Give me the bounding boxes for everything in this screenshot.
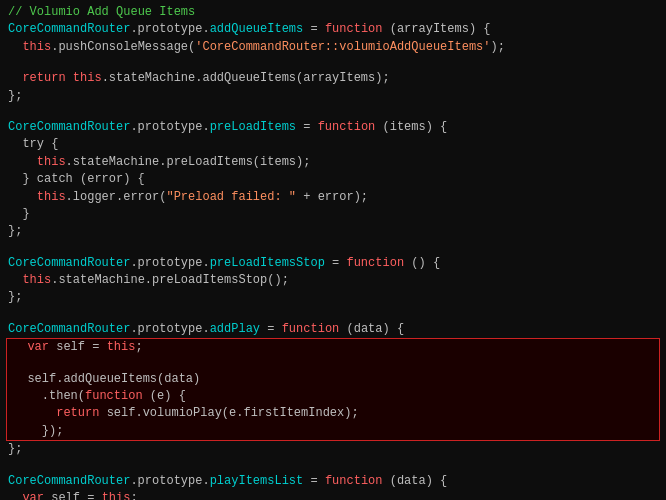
- line-content: };: [8, 441, 22, 458]
- line-content: CoreCommandRouter.prototype.addQueueItem…: [8, 21, 491, 38]
- code-line: };: [0, 441, 666, 458]
- token: .prototype.: [130, 256, 209, 270]
- token: });: [13, 424, 63, 438]
- token: var: [13, 340, 56, 354]
- token: (items) {: [375, 120, 447, 134]
- code-line: };: [0, 223, 666, 240]
- token: (e) {: [143, 389, 186, 403]
- line-content: CoreCommandRouter.prototype.addPlay = fu…: [8, 321, 404, 338]
- line-content: return this.stateMachine.addQueueItems(a…: [8, 70, 390, 87]
- token: self: [107, 406, 136, 420]
- line-content: this.pushConsoleMessage('CoreCommandRout…: [8, 39, 505, 56]
- line-content: self.addQueueItems(data): [13, 371, 200, 388]
- code-line: [7, 357, 659, 371]
- token: 'CoreCommandRouter::volumioAddQueueItems…: [195, 40, 490, 54]
- line-content: var self = this;: [13, 339, 143, 356]
- token: .volumioPlay(e.firstItemIndex);: [135, 406, 358, 420]
- token: } catch (error) {: [8, 172, 145, 186]
- token: this: [8, 190, 66, 204]
- line-content: this.stateMachine.preLoadItems(items);: [8, 154, 310, 171]
- line-content: return self.volumioPlay(e.firstItemIndex…: [13, 405, 359, 422]
- code-line: this.pushConsoleMessage('CoreCommandRout…: [0, 39, 666, 56]
- token: //: [8, 5, 30, 19]
- line-content: var self = this;: [8, 490, 138, 500]
- token: (arrayItems) {: [382, 22, 490, 36]
- token: function: [325, 22, 383, 36]
- token: function: [318, 120, 376, 134]
- token: .pushConsoleMessage(: [51, 40, 195, 54]
- token: this: [107, 340, 136, 354]
- line-content: try {: [8, 136, 58, 153]
- code-editor: // Volumio Add Queue ItemsCoreCommandRou…: [0, 0, 666, 500]
- line-content: } catch (error) {: [8, 171, 145, 188]
- token: Volumio Add Queue Items: [30, 5, 196, 19]
- token: (data) {: [339, 322, 404, 336]
- token: );: [491, 40, 505, 54]
- token: CoreCommandRouter: [8, 322, 130, 336]
- token: =: [303, 474, 325, 488]
- line-content: CoreCommandRouter.prototype.preLoadItems…: [8, 255, 440, 272]
- token: CoreCommandRouter: [8, 22, 130, 36]
- code-line: CoreCommandRouter.prototype.addPlay = fu…: [0, 321, 666, 338]
- code-line: CoreCommandRouter.prototype.playItemsLis…: [0, 473, 666, 490]
- token: .stateMachine.addQueueItems(arrayItems);: [102, 71, 390, 85]
- code-line: self.addQueueItems(data): [7, 371, 659, 388]
- code-line: [0, 241, 666, 255]
- token: return: [8, 71, 73, 85]
- token: this: [8, 155, 66, 169]
- token: CoreCommandRouter: [8, 120, 130, 134]
- token: try {: [8, 137, 58, 151]
- line-content: CoreCommandRouter.prototype.preLoadItems…: [8, 119, 447, 136]
- token: + error);: [296, 190, 368, 204]
- code-line: this.stateMachine.preLoadItemsStop();: [0, 272, 666, 289]
- line-content: this.stateMachine.preLoadItemsStop();: [8, 272, 289, 289]
- token: };: [8, 224, 22, 238]
- code-line: // Volumio Add Queue Items: [0, 4, 666, 21]
- code-line: [0, 459, 666, 473]
- line-content: // Volumio Add Queue Items: [8, 4, 195, 21]
- token: addQueueItems: [210, 22, 304, 36]
- code-line: };: [0, 289, 666, 306]
- code-line: var self = this;: [0, 490, 666, 500]
- token: preLoadItemsStop: [210, 256, 325, 270]
- token: .prototype.: [130, 322, 209, 336]
- code-line: }: [0, 206, 666, 223]
- token: =: [85, 340, 107, 354]
- token: .stateMachine.preLoadItemsStop();: [51, 273, 289, 287]
- line-content: });: [13, 423, 63, 440]
- token: };: [8, 290, 22, 304]
- line-content: };: [8, 223, 22, 240]
- token: .logger.error(: [66, 190, 167, 204]
- code-line: return self.volumioPlay(e.firstItemIndex…: [7, 405, 659, 422]
- token: .then(: [13, 389, 85, 403]
- token: this: [8, 273, 51, 287]
- token: this: [102, 491, 131, 500]
- token: .prototype.: [130, 22, 209, 36]
- token: CoreCommandRouter: [8, 256, 130, 270]
- code-line: return this.stateMachine.addQueueItems(a…: [0, 70, 666, 87]
- code-line: [0, 105, 666, 119]
- token: self: [13, 372, 56, 386]
- token: function: [346, 256, 404, 270]
- code-line: CoreCommandRouter.prototype.addQueueItem…: [0, 21, 666, 38]
- token: this: [8, 40, 51, 54]
- token: =: [260, 322, 282, 336]
- token: }: [8, 207, 30, 221]
- token: };: [8, 89, 22, 103]
- token: this: [73, 71, 102, 85]
- code-line: } catch (error) {: [0, 171, 666, 188]
- token: =: [296, 120, 318, 134]
- token: var: [8, 491, 51, 500]
- token: playItemsList: [210, 474, 304, 488]
- token: addPlay: [210, 322, 260, 336]
- code-line: .then(function (e) {: [7, 388, 659, 405]
- code-line: [0, 56, 666, 70]
- token: function: [325, 474, 383, 488]
- code-line: });: [7, 423, 659, 440]
- line-content: CoreCommandRouter.prototype.playItemsLis…: [8, 473, 447, 490]
- token: function: [85, 389, 143, 403]
- line-content: this.logger.error("Preload failed: " + e…: [8, 189, 368, 206]
- code-line: this.stateMachine.preLoadItems(items);: [0, 154, 666, 171]
- token: .prototype.: [130, 474, 209, 488]
- token: =: [80, 491, 102, 500]
